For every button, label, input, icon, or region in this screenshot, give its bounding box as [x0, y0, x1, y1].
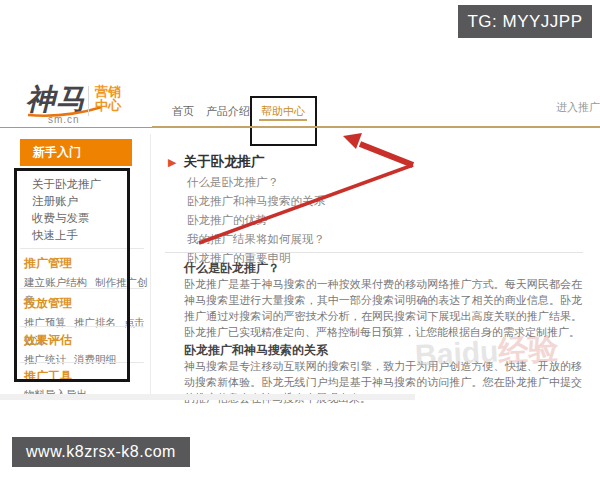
tg-watermark-text: TG: MYYJJPP — [467, 12, 582, 32]
sidebar-header-getting-started[interactable]: 新手入门 — [20, 139, 132, 166]
main-title-row: ▶关于卧龙推广 — [168, 152, 264, 171]
nav-item-home[interactable]: 首页 — [172, 104, 194, 119]
url-watermark-box: www.k8zrsx-k8.com — [12, 437, 190, 467]
annotation-box-help-center — [250, 96, 317, 146]
section1-body: 卧龙推广是基于神马搜索的一种按效果付费的移动网络推广方式。每天网民都会在神马搜索… — [184, 276, 582, 340]
nav-item-products[interactable]: 产品介绍 — [206, 104, 250, 119]
annotation-box-sidebar — [14, 168, 130, 382]
logo-suffix-line2: 中心 — [95, 99, 121, 113]
link-wolong-advantages[interactable]: 卧龙推广的优势 — [187, 214, 325, 227]
tg-watermark-box: TG: MYYJJPP — [458, 5, 592, 38]
title-triangle-icon: ▶ — [168, 156, 176, 168]
section1-heading: 什么是卧龙推广？ — [184, 260, 280, 277]
page-bottom-edge — [0, 394, 415, 400]
logo-suffix: 营销 中心 — [95, 85, 121, 113]
enter-promotion-link[interactable]: 进入推广 — [556, 100, 600, 115]
url-watermark-text: www.k8zrsx-k8.com — [26, 443, 176, 461]
logo-suffix-line1: 营销 — [95, 85, 121, 99]
screenshot-canvas: TG: MYYJJPP 神马 sm.cn 营销 中心 首页 产品介绍 帮助中心 … — [0, 0, 600, 480]
link-wolong-shenma-relation[interactable]: 卧龙推广和神马搜索的关系 — [187, 195, 325, 208]
header-divider-gold — [152, 126, 600, 128]
logo-domain: sm.cn — [48, 114, 80, 125]
link-how-results-show[interactable]: 我的推广结果将如何展现？ — [187, 233, 325, 246]
link-what-is-wolong[interactable]: 什么是卧龙推广？ — [187, 176, 325, 189]
page-title: 关于卧龙推广 — [183, 154, 264, 169]
content-divider — [165, 252, 583, 253]
section2-heading: 卧龙推广和神马搜索的关系 — [184, 342, 328, 359]
logo-divider — [88, 86, 89, 116]
